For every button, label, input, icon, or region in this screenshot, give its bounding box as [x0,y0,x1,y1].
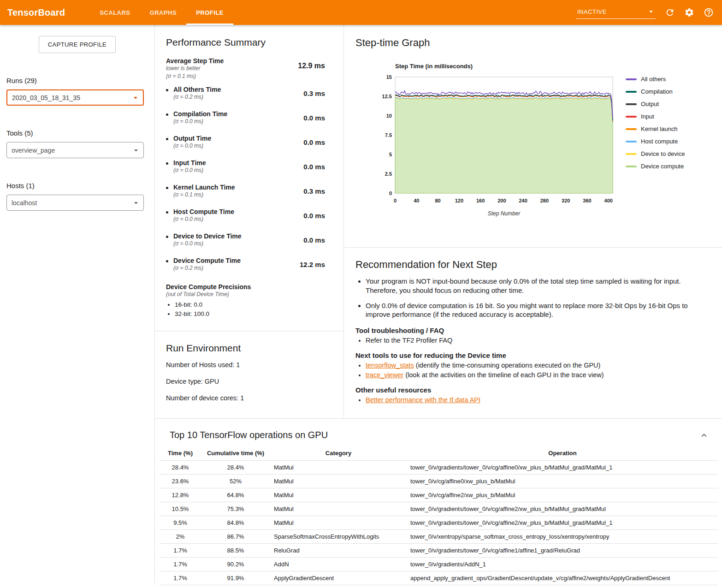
legend-label: Output [641,101,659,107]
table-cell: tower_0/v/gradients/AddN_1 [407,558,718,571]
table-cell: 23.6% [160,475,201,488]
table-cell: 2% [160,530,201,544]
svg-text:160: 160 [476,198,485,203]
chart-legend: All othersCompilationOutputInputKernel l… [626,76,685,223]
legend-label: Input [641,113,654,120]
other-resources-title: Other useful resources [355,386,708,394]
table-row: 1.7%90.2%AddNtower_0/v/gradients/AddN_1 [160,558,718,571]
table-cell: 90.2% [201,558,270,571]
summary-item: Input Time(σ = 0.0 ms)0.0 ms [166,159,325,184]
legend-swatch [626,141,637,143]
step-time-graph-card: Step-time Graph Step Time (in millisecon… [344,25,722,248]
svg-text:10: 10 [386,113,392,119]
trace_viewer-link[interactable]: trace_viewer [366,371,403,379]
top-ops-table: Time (%)Cumulative time (%)CategoryOpera… [160,446,718,585]
bullet-icon [166,138,168,140]
summary-item: Device to Device Time(σ = 0.0 ms)0.0 ms [166,232,325,257]
table-cell: 1.7% [160,558,201,571]
table-cell: 91.9% [201,571,270,585]
table-cell: tower_0/v/gradients/tower_0/v/cg/affine2… [407,502,718,516]
app-header: TensorBoard SCALARSGRAPHSPROFILE INACTIV… [0,0,722,25]
table-row: 1.7%88.5%ReluGradtower_0/v/gradients/tow… [160,544,718,558]
legend-item: Host compute [626,138,685,145]
metric-label: Kernel Launch Time [173,184,235,191]
data-status-dropdown[interactable]: INACTIVE [576,6,656,19]
tab-graphs[interactable]: GRAPHS [140,0,187,25]
help-icon[interactable] [704,7,714,18]
sidebar: CAPTURE PROFILE Runs (29) 2020_03_05_18_… [0,25,154,585]
metric-value: 0.3 ms [303,187,325,208]
step-time-chart: 02.557.51012.515040801201602002402803203… [379,74,619,221]
table-cell: 10.5% [160,502,201,516]
tools-select[interactable]: overview_page [6,142,144,158]
metric-sigma: (σ = 0.0 ms) [173,142,211,150]
precision-item: 32-bit: 100.0 [175,310,325,317]
bullet-icon [166,162,168,165]
chevron-down-icon [131,146,141,155]
bullet-icon [166,260,168,262]
table-cell: tower_0/v/cg/affine2/xw_plus_b/MatMul [407,488,718,502]
table-row: 2%86.7%SparseSoftmaxCrossEntropyWithLogi… [160,530,718,544]
top-ops-card: Top 10 TensorFlow operations on GPU Time… [155,418,722,585]
bullet-icon [166,211,168,214]
summary-item: Host Compute Time(σ = 0.0 ms)0.0 ms [166,208,325,232]
summary-item: Output Time(σ = 0.0 ms)0.0 ms [166,135,325,159]
svg-text:400: 400 [604,198,613,203]
table-cell: 52% [201,475,270,488]
metric-label: Device Compute Time [173,257,241,264]
app-title: TensorBoard [7,7,65,18]
summary-item: Kernel Launch Time(σ = 0.1 ms)0.3 ms [166,184,325,208]
tfdata-api-link[interactable]: Better performance with the tf.data API [366,396,480,404]
svg-text:15: 15 [386,74,392,80]
capture-profile-button[interactable]: CAPTURE PROFILE [39,36,116,53]
metric-value: 0.0 ms [303,212,325,232]
table-row: 1.7%91.9%ApplyGradientDescentappend_appl… [160,571,718,585]
legend-label: Kernel launch [641,125,678,132]
svg-text:5: 5 [389,152,392,157]
tensorflow_stats-link[interactable]: tensorflow_stats [366,362,414,369]
runs-select[interactable]: 2020_03_05_18_31_35 [6,89,144,106]
metric-sigma: (σ = 0.1 ms) [173,191,235,199]
collapse-icon[interactable] [699,430,709,440]
table-row: 12.8%64.8%MatMultower_0/v/cg/affine2/xw_… [160,488,718,502]
table-cell: MatMul [270,475,407,488]
legend-item: Device compute [626,163,685,170]
table-cell: tower_0/v/gradients/tower_0/v/cg/affine2… [407,516,718,530]
legend-swatch [626,78,637,80]
table-row: 23.6%52%MatMultower_0/v/cg/affine0/xw_pl… [160,475,718,488]
tab-profile[interactable]: PROFILE [186,0,233,25]
metric-label: Average Step Time [166,57,224,65]
metric-sigma: (σ = 0.0 ms) [173,240,242,248]
metric-value: 0.0 ms [303,114,325,135]
legend-label: Device compute [641,163,684,170]
metric-label: Host Compute Time [173,208,234,215]
faq-item: Refer to the TF2 Profiler FAQ [366,337,708,344]
table-row: 10.5%75.3%MatMultower_0/v/gradients/towe… [160,502,718,516]
metric-sigma: (σ = 0.0 ms) [173,215,234,223]
tab-scalars[interactable]: SCALARS [90,0,140,25]
svg-text:320: 320 [562,198,570,203]
table-cell: 84.8% [201,516,270,530]
refresh-icon[interactable] [665,7,675,18]
svg-text:12.5: 12.5 [382,94,392,99]
table-cell: append_apply_gradient_ops/GradientDescen… [407,571,718,585]
next-tool-description: (identify the time-consuming operations … [414,362,601,369]
legend-swatch [626,128,637,130]
legend-item: Compilation [626,88,685,95]
legend-item: Input [626,113,685,120]
legend-label: Host compute [641,138,678,145]
chart-title: Step Time (in milliseconds) [395,63,619,70]
settings-icon[interactable] [684,7,694,18]
metric-value: 12.2 ms [300,261,325,281]
hosts-select[interactable]: localhost [6,195,144,211]
legend-item: All others [626,76,685,83]
run-environment-card: Run Environment Number of Hosts used: 1D… [155,331,343,418]
svg-text:2.5: 2.5 [385,171,392,177]
table-cell: 86.7% [201,530,270,544]
table-cell: MatMul [270,502,407,516]
table-cell: tower_0/v/cg/affine0/xw_plus_b/MatMul [407,475,718,488]
metric-sigma: (σ = 0.0 ms) [173,118,227,125]
table-cell: 64.8% [201,488,270,502]
next-tool-description: (look at the activities on the timeline … [403,371,604,379]
table-cell: tower_0/v/gradients/tower_0/v/cg/affine1… [407,544,718,558]
